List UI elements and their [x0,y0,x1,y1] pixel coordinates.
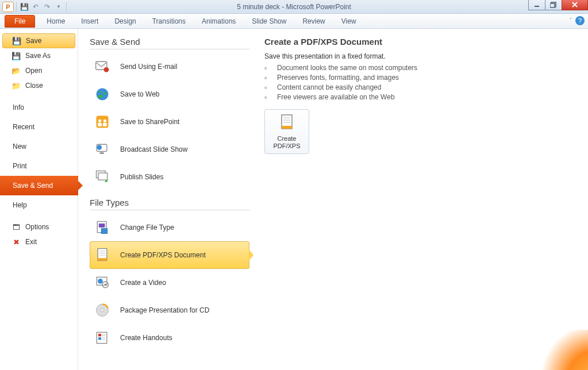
redo-icon[interactable]: ↷ [42,2,52,12]
option-create-pdf-xps[interactable]: Create PDF/XPS Document [90,241,249,269]
svg-point-11 [103,120,106,122]
svg-point-30 [105,284,107,286]
sidebar-save[interactable]: 💾 Save [2,33,75,48]
sidebar-recent[interactable]: Recent [0,117,78,137]
option-send-email[interactable]: Send Using E-mail [90,53,249,80]
tab-slideshow[interactable]: Slide Show [244,14,294,28]
option-label: Save to Web [120,90,159,98]
minimize-ribbon-icon[interactable]: ˆ [570,17,572,24]
tab-animations[interactable]: Animations [194,14,244,28]
publish-icon [94,168,111,186]
sidebar-open[interactable]: 📂 Open [0,63,78,78]
sidebar-label: Info [13,103,24,111]
sidebar-info[interactable]: Info [0,98,78,117]
close-button[interactable] [562,0,588,10]
broadcast-icon [94,141,111,158]
qat-dropdown-icon[interactable]: ▼ [53,2,64,12]
sidebar-print[interactable]: Print [0,156,78,176]
create-pdf-xps-button[interactable]: CreatePDF/XPS [264,109,309,154]
sharepoint-icon [94,113,111,130]
cd-icon [94,302,111,319]
sidebar-new[interactable]: New [0,137,78,156]
option-publish-slides[interactable]: Publish Slides [90,163,249,191]
save-send-options: Save & Send Send Using E-mail Save to We… [78,29,255,370]
option-label: Publish Slides [120,173,163,181]
undo-icon[interactable]: ↶ [30,2,41,12]
svg-rect-35 [98,337,101,340]
svg-rect-26 [98,258,107,260]
help-icon[interactable]: ? [575,16,585,25]
backstage-view: 💾 Save 💾 Save As 📂 Open 📁 Close Info Rec… [0,29,588,370]
sidebar-label: Open [25,67,42,75]
svg-rect-21 [101,229,107,234]
svg-rect-2 [550,3,555,7]
option-save-sharepoint[interactable]: Save to SharePoint [90,108,249,136]
svg-point-6 [104,67,109,72]
option-label: Create a Video [120,279,166,287]
video-icon [94,274,111,291]
sidebar-exit[interactable]: ✖ Exit [0,234,78,249]
tab-transitions[interactable]: Transitions [144,14,194,28]
window-title: 5 minute deck - Microsoft PowerPoint [0,3,588,11]
section-heading: Save & Send [90,37,249,47]
option-label: Send Using E-mail [120,63,177,71]
option-create-handouts[interactable]: Create Handouts [90,324,249,352]
tab-view[interactable]: View [333,14,364,28]
sidebar-help[interactable]: Help [0,195,78,215]
close-folder-icon: 📁 [11,81,21,90]
window-controls [529,0,588,10]
save-icon[interactable]: 💾 [19,2,29,12]
minimize-button[interactable] [528,0,545,10]
detail-heading: Create a PDF/XPS Document [264,37,577,47]
svg-point-32 [101,309,103,311]
bullet-text: Preserves fonts, formatting, and images [277,74,399,82]
bullet-text: Document looks the same on most computer… [277,64,417,72]
svg-rect-16 [100,152,104,154]
sidebar-label: Print [13,162,27,170]
ribbon-tabs: File Home Insert Design Transitions Anim… [0,14,588,29]
save-as-icon: 💾 [11,51,21,60]
bullet-text: Free viewers are available on the Web [277,93,395,101]
sidebar-label: Help [13,201,27,209]
option-label: Change File Type [120,223,174,232]
maximize-button[interactable] [545,0,562,10]
sidebar-label: Exit [25,238,37,246]
sidebar-save-send[interactable]: Save & Send [0,176,78,195]
sidebar-save-as[interactable]: 💾 Save As [0,48,78,63]
svg-rect-18 [98,173,107,180]
app-icon[interactable]: P [2,2,14,12]
sidebar-close[interactable]: 📁 Close [0,78,78,93]
handouts-icon [94,329,111,346]
tab-review[interactable]: Review [294,14,333,28]
option-change-file-type[interactable]: Change File Type [90,214,249,241]
tab-design[interactable]: Design [106,14,144,28]
tab-insert[interactable]: Insert [73,14,106,28]
pdf-document-icon [277,113,297,133]
option-label: Broadcast Slide Show [120,145,187,153]
detail-bullets: Document looks the same on most computer… [264,64,577,101]
button-line2: PDF/XPS [273,142,300,149]
backstage-sidebar: 💾 Save 💾 Save As 📂 Open 📁 Close Info Rec… [0,29,78,370]
option-save-web[interactable]: Save to Web [90,80,249,108]
bullet-text: Content cannot be easily changed [277,83,381,91]
sidebar-label: Close [25,82,43,90]
section-heading: File Types [90,198,249,207]
corner-flare [519,330,588,370]
svg-point-8 [98,95,103,98]
sidebar-label: Save & Send [13,182,53,190]
tab-file[interactable]: File [5,15,35,28]
option-label: Save to SharePoint [120,118,179,126]
sidebar-label: Options [25,223,49,231]
option-broadcast[interactable]: Broadcast Slide Show [90,136,249,163]
save-icon: 💾 [12,36,21,45]
exit-icon: ✖ [11,237,21,246]
title-bar: P 💾 ↶ ↷ ▼ 5 minute deck - Microsoft Powe… [0,0,588,14]
svg-rect-34 [98,334,101,336]
detail-pane: Create a PDF/XPS Document Save this pres… [255,29,588,370]
quick-access-toolbar: P 💾 ↶ ↷ ▼ [0,2,68,12]
options-icon: 🗔 [11,222,21,232]
sidebar-options[interactable]: 🗔 Options [0,219,78,234]
option-package-cd[interactable]: Package Presentation for CD [90,296,249,324]
option-create-video[interactable]: Create a Video [90,269,249,296]
tab-home[interactable]: Home [39,14,73,28]
